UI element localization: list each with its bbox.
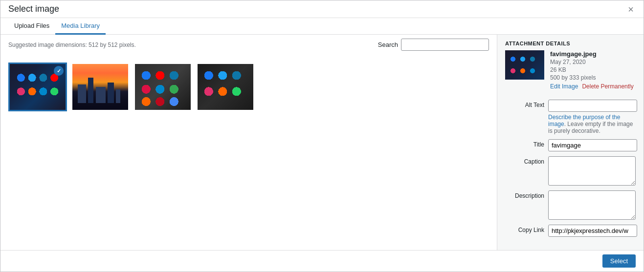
attachment-filesize: 26 KB [550,66,636,73]
description-field-row: Description [505,190,636,220]
media-item[interactable]: ✓ [8,63,67,111]
attachment-thumbnail [505,50,544,80]
delete-permanently-link[interactable]: Delete Permanently [582,83,633,90]
alt-text-block: Describe the purpose of the image. Leave… [548,100,637,134]
alt-text-help-text: Describe the purpose of the image. Leave… [548,114,637,134]
tab-upload[interactable]: Upload Files [8,18,55,35]
tabs-bar: Upload Files Media Library [0,18,644,35]
media-grid: ✓ [0,55,497,250]
attachment-dimensions: 500 by 333 pixels [550,74,636,81]
description-textarea[interactable] [548,190,636,220]
search-input[interactable] [401,39,489,51]
search-area: Search [378,39,489,51]
attachment-preview: favimgage.jpeg May 27, 2020 26 KB 500 by… [497,50,644,96]
title-field-row: Title [505,139,636,151]
dialog-title: Select image [8,4,59,14]
attachment-info: favimgage.jpeg May 27, 2020 26 KB 500 by… [550,50,636,90]
suggested-dimensions-text: Suggested image dimensions: 512 by 512 p… [8,42,136,48]
alt-text-input[interactable] [548,100,637,112]
attachment-date: May 27, 2020 [550,59,636,65]
selected-check-icon: ✓ [54,66,64,76]
select-image-dialog: Select image × Upload Files Media Librar… [0,0,644,272]
caption-field-row: Caption [505,156,636,186]
select-button[interactable]: Select [602,254,636,268]
description-label: Description [505,190,544,199]
close-button[interactable]: × [626,2,636,16]
attachment-details-header: ATTACHMENT DETAILS [497,35,644,50]
attachment-filename: favimgage.jpeg [550,50,636,58]
copy-link-label: Copy Link [505,225,544,233]
media-item[interactable] [133,63,192,111]
attachment-actions: Edit Image Delete Permanently [550,83,636,90]
caption-textarea[interactable] [548,156,636,186]
dialog-footer: Select [0,250,644,272]
copy-link-input[interactable] [548,225,637,237]
media-toolbar: Suggested image dimensions: 512 by 512 p… [0,35,497,55]
edit-image-link[interactable]: Edit Image [550,83,578,90]
media-area: Suggested image dimensions: 512 by 512 p… [0,35,497,250]
media-item[interactable] [71,63,130,111]
alt-text-field-row: Alt Text Describe the purpose of the ima… [505,100,636,134]
caption-label: Caption [505,156,544,165]
tab-media-library[interactable]: Media Library [55,18,106,35]
alt-text-label: Alt Text [505,100,544,108]
dialog-header: Select image × [0,0,644,18]
search-label: Search [378,41,398,48]
dialog-body: Suggested image dimensions: 512 by 512 p… [0,35,644,250]
media-item[interactable] [196,63,255,111]
title-label: Title [505,139,544,148]
attachment-fields: Alt Text Describe the purpose of the ima… [497,96,644,241]
attachment-details-sidebar: ATTACHMENT DETAILS favimgage.jpeg May 27… [497,35,644,250]
title-input[interactable] [548,139,637,151]
copy-link-field-row: Copy Link [505,225,636,237]
